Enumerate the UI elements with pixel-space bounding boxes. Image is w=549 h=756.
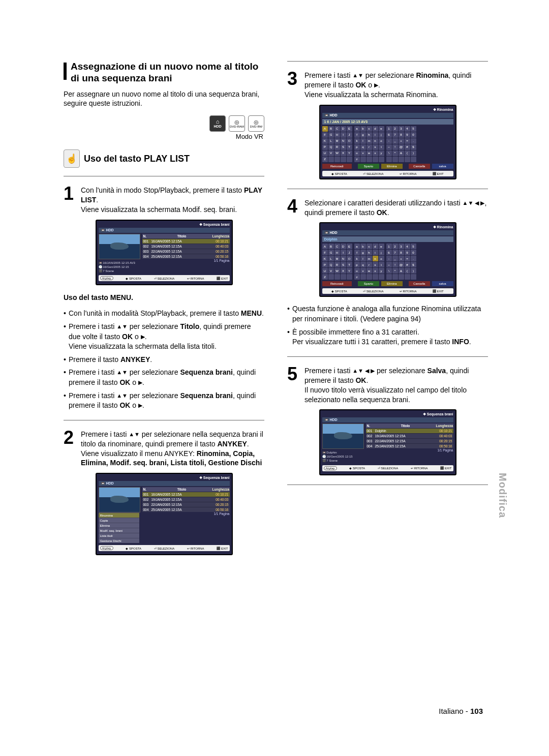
step-number: 1 <box>64 186 77 202</box>
mode-label: Modo VR <box>64 133 263 140</box>
hand-icon: ☝ <box>64 149 80 168</box>
menu-heading: Uso del tasto MENU. <box>64 293 264 301</box>
left-column: Assegnazione di un nuovo nome al titolo … <box>64 61 264 561</box>
screenshot-playlist: Sequenza brani 📼 HDD 📼 16/JAN/2005 12:15… <box>96 220 233 285</box>
page-content: Assegnazione di un nuovo nome al titolo … <box>0 0 549 756</box>
intro-text: Per assegnare un nuovo nome al titolo di… <box>64 89 264 109</box>
step-5: 5 Premere i tasti ▲▼ ◀ ▶ per selezionare… <box>287 366 488 405</box>
step-number: 5 <box>287 366 300 382</box>
dvd-rw-icon: ◎DVD-RW <box>248 115 264 132</box>
notes-list: Questa funzione è analoga alla funzione … <box>287 304 488 347</box>
menu-instructions: Con l'unità in modalità Stop/Playback, p… <box>64 309 264 410</box>
anykey-menu: Rinomina Copia Elimina Modif. seq. brani… <box>99 512 139 543</box>
hdd-icon: ⌂HDD <box>209 115 226 132</box>
screenshot-rename-keyboard-2: Rinomina 📼 HDD Dolphin ABCDEFGHIJKLMNOPQ… <box>319 222 456 297</box>
screenshot-contextmenu: Sequenza brani 📼 HDD Rinomina Copia Elim… <box>96 473 233 555</box>
step-4: 4 Selezionare i caratteri desiderati uti… <box>287 198 488 218</box>
dvd-ram-icon: ◎DVD-RAM <box>229 115 245 132</box>
step-3: 3 Premere i tasti ▲▼ per selezionare Rin… <box>287 71 488 100</box>
right-column: 3 Premere i tasti ▲▼ per selezionare Rin… <box>287 61 488 561</box>
page-number: Italiano - 103 <box>439 707 483 715</box>
section-title: Assegnazione di un nuovo nome al titolo … <box>71 61 264 84</box>
screenshot-rename-keyboard-1: Rinomina 📼 HDD 1 6 / JAN / 2005 12:15 AV… <box>319 105 456 179</box>
step-1: 1 Con l'unità in modo Stop/Playback, pre… <box>64 186 264 215</box>
playlist-heading: Uso del tasto PLAY LIST <box>84 154 190 164</box>
step-2: 2 Premere i tasti ▲▼ per selezionare nel… <box>64 430 264 468</box>
step-number: 2 <box>64 430 77 446</box>
disc-type-icons: ⌂HDD ◎DVD-RAM ◎DVD-RW <box>64 115 264 132</box>
screenshot-playlist-renamed: Sequenza brani 📼 HDD 📼 Dolphin 🕐 16/Gen/… <box>319 409 456 475</box>
section-accent-bar <box>64 63 67 80</box>
step-number: 3 <box>287 71 300 87</box>
side-tab-modifica: Modifica <box>497 473 508 518</box>
thumbnail-preview <box>99 234 140 259</box>
step-number: 4 <box>287 198 300 215</box>
